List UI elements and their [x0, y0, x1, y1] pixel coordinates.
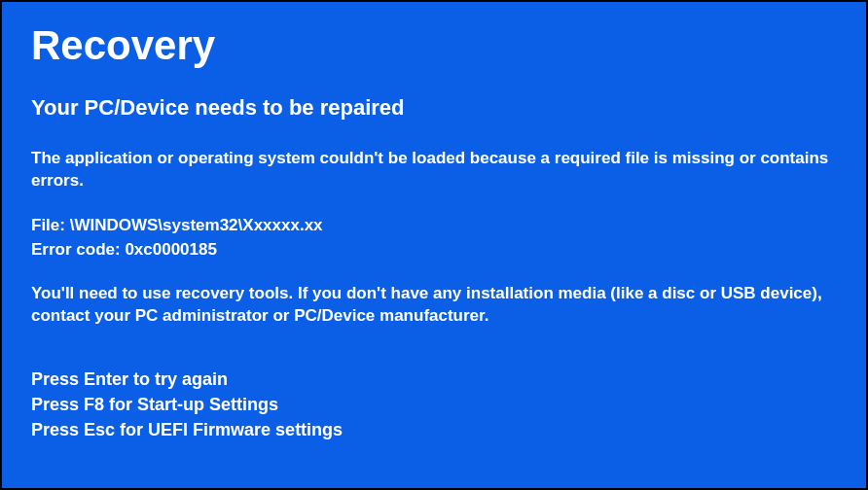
file-label: File: [31, 216, 65, 234]
page-title: Recovery [31, 23, 837, 68]
error-message: The application or operating system coul… [31, 148, 829, 192]
error-code-value: 0xc0000185 [125, 240, 217, 259]
file-path: \WINDOWS\system32\Xxxxxx.xx [70, 216, 323, 234]
error-subtitle: Your PC/Device needs to be repaired [31, 95, 837, 121]
recovery-instructions: You'll need to use recovery tools. If yo… [31, 283, 837, 328]
error-details: File: \WINDOWS\system32\Xxxxxx.xx Error … [31, 214, 837, 262]
action-enter: Press Enter to try again [31, 367, 837, 392]
key-actions: Press Enter to try again Press F8 for St… [31, 367, 837, 442]
error-code-label: Error code: [31, 240, 121, 259]
action-f8: Press F8 for Start-up Settings [31, 392, 837, 417]
action-esc: Press Esc for UEFI Firmware settings [31, 417, 837, 442]
